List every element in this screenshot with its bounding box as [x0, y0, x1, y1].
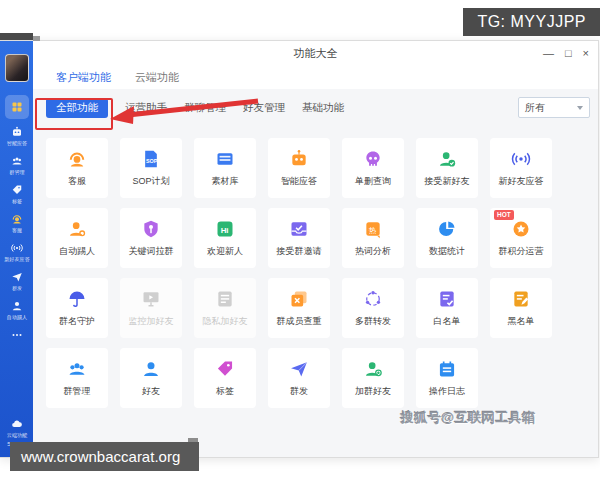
background-window-corner — [33, 36, 40, 41]
card-group-points-operation[interactable]: HOT群积分运营 — [490, 208, 552, 268]
sidebar: 智能应答 群管理 标签 客服 新好友应答 群发 自动踢人 — [0, 41, 33, 457]
avatar[interactable] — [5, 54, 29, 82]
sop-file-icon: SOP — [141, 149, 161, 170]
sidebar-item-group-send[interactable]: 群发 — [3, 271, 31, 293]
multi-node-icon — [363, 289, 383, 310]
card-blacklist[interactable]: 黑名单 — [490, 278, 552, 338]
user-icon — [141, 359, 161, 380]
minimize-icon[interactable]: — — [543, 47, 554, 59]
list-check-icon — [437, 289, 457, 310]
card-label: 群发 — [290, 385, 308, 398]
pill-basic-features[interactable]: 基础功能 — [302, 101, 344, 115]
card-label: 数据统计 — [429, 245, 465, 258]
sidebar-item-customer-service[interactable]: 客服 — [3, 213, 31, 235]
tab-cloud-features[interactable]: 云端功能 — [135, 70, 179, 85]
monitor-icon — [141, 289, 161, 310]
card-smart-reply[interactable]: 智能应答 — [268, 138, 330, 198]
card-group-manage[interactable]: 群管理 — [46, 348, 108, 408]
card-label: 关键词拉群 — [129, 245, 174, 258]
category-filter-row: 全部功能 运营助手 群聊管理 好友管理 基础功能 所有 — [46, 97, 590, 118]
card-privacy-add-friend: 隐私加好友 — [194, 278, 256, 338]
umbrella-icon — [67, 289, 87, 310]
sidebar-item-more[interactable] — [3, 329, 31, 341]
pill-friend-manage[interactable]: 好友管理 — [243, 101, 285, 115]
sidebar-item-label: 标签 — [11, 198, 21, 206]
card-label: 白名单 — [434, 315, 461, 328]
card-keyword-join-group[interactable]: 关键词拉群 — [120, 208, 182, 268]
card-label: 接受新好友 — [425, 175, 470, 188]
content-area: 全部功能 运营助手 群聊管理 好友管理 基础功能 所有 客服 SOPSOP计划 … — [33, 89, 598, 457]
card-monitor-add-friend: 监控加好友 — [120, 278, 182, 338]
card-add-group-friend[interactable]: 加群好友 — [342, 348, 404, 408]
background-window-strip — [0, 33, 33, 40]
more-dots-icon — [11, 329, 23, 341]
sidebar-item-smart-reply[interactable]: 智能应答 — [3, 126, 31, 148]
hot-tag-icon: 热 — [363, 219, 383, 240]
skull-icon — [363, 149, 383, 170]
svg-text:热: 热 — [368, 226, 377, 235]
sidebar-item-dashboard[interactable] — [5, 95, 29, 119]
card-friends[interactable]: 好友 — [120, 348, 182, 408]
user-plus-icon — [363, 359, 383, 380]
card-member-dedupe[interactable]: 群成员查重 — [268, 278, 330, 338]
tg-watermark: TG: MYYJJPP — [463, 8, 600, 36]
card-group-send[interactable]: 群发 — [268, 348, 330, 408]
dropdown-value: 所有 — [525, 101, 545, 115]
sidebar-item-label: 智能应答 — [6, 140, 26, 148]
card-hot-word-analysis[interactable]: 热热词分析 — [342, 208, 404, 268]
card-material-library[interactable]: 素材库 — [194, 138, 256, 198]
card-label: 群积分运营 — [499, 245, 544, 258]
pill-operation-assistant[interactable]: 运营助手 — [125, 101, 167, 115]
card-auto-kick[interactable]: 自动踢人 — [46, 208, 108, 268]
pill-group-chat-manage[interactable]: 群聊管理 — [184, 101, 226, 115]
card-label: 群名守护 — [59, 315, 95, 328]
card-label: 多群转发 — [355, 315, 391, 328]
card-operation-log[interactable]: 操作日志 — [416, 348, 478, 408]
sidebar-item-label: 客服 — [11, 227, 21, 235]
card-sop-plan[interactable]: SOPSOP计划 — [120, 138, 182, 198]
sidebar-item-group-manage[interactable]: 群管理 — [3, 155, 31, 177]
card-label: 加群好友 — [355, 385, 391, 398]
card-label: 标签 — [216, 385, 234, 398]
sidebar-item-new-friend-reply[interactable]: 新好友应答 — [3, 242, 31, 264]
card-welcome-newcomer[interactable]: Hi欢迎新人 — [194, 208, 256, 268]
card-tags[interactable]: 标签 — [194, 348, 256, 408]
pill-all-features[interactable]: 全部功能 — [46, 98, 108, 118]
duplicate-remove-icon — [289, 289, 309, 310]
sidebar-item-cloud-features[interactable]: 云端功能 — [3, 418, 31, 440]
card-delete-check[interactable]: 单删查询 — [342, 138, 404, 198]
hot-badge: HOT — [494, 210, 514, 220]
signal-icon — [511, 149, 531, 170]
card-accept-new-friends[interactable]: 接受新好友 — [416, 138, 478, 198]
sohu-watermark: 搜狐号@互联网工具箱 — [401, 409, 536, 427]
card-data-statistics[interactable]: 数据统计 — [416, 208, 478, 268]
tab-client-features[interactable]: 客户端功能 — [56, 70, 111, 85]
close-icon[interactable]: × — [583, 47, 589, 59]
sidebar-item-label: 新好友应答 — [4, 256, 30, 264]
card-group-name-guard[interactable]: 群名守护 — [46, 278, 108, 338]
card-whitelist[interactable]: 白名单 — [416, 278, 478, 338]
window-title: 功能大全 — [33, 46, 598, 61]
headset-icon — [11, 213, 23, 225]
card-customer-service[interactable]: 客服 — [46, 138, 108, 198]
sidebar-item-tags[interactable]: 标签 — [3, 184, 31, 206]
card-new-friend-reply[interactable]: 新好友应答 — [490, 138, 552, 198]
maximize-icon[interactable]: □ — [565, 47, 572, 59]
users-icon — [67, 359, 87, 380]
card-label: 新好友应答 — [499, 175, 544, 188]
sidebar-item-auto-kick[interactable]: 自动踢人 — [3, 300, 31, 322]
card-multi-group-forward[interactable]: 多群转发 — [342, 278, 404, 338]
cloud-icon — [11, 418, 23, 430]
scope-dropdown[interactable]: 所有 — [518, 97, 590, 118]
headset-icon — [67, 149, 87, 170]
card-label: 智能应答 — [281, 175, 317, 188]
paper-plane-icon — [11, 271, 23, 283]
tag-icon — [11, 184, 23, 196]
svg-text:SOP: SOP — [146, 158, 158, 164]
tag-icon — [215, 359, 235, 380]
card-label: 隐私加好友 — [203, 315, 248, 328]
sidebar-item-label: 自动踢人 — [6, 314, 26, 322]
card-label: 监控加好友 — [129, 315, 174, 328]
card-accept-group-invite[interactable]: 接受群邀请 — [268, 208, 330, 268]
card-label: 自动踢人 — [59, 245, 95, 258]
